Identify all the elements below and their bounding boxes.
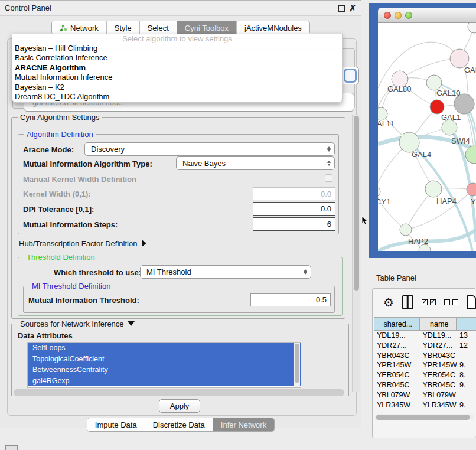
settings-vertical-scrollbar[interactable] xyxy=(352,115,360,392)
attr-items-holder: SelfLoopsTopologicalCoefficientBetweenne… xyxy=(28,343,301,386)
combo-arrows-icon xyxy=(327,143,331,155)
tab-jactivemnodules[interactable]: jActiveMNodules xyxy=(237,21,309,34)
data-attributes-list[interactable]: SelfLoopsTopologicalCoefficientBetweenne… xyxy=(27,342,301,388)
mi-threshold-field[interactable]: 0.5 xyxy=(250,293,331,306)
which-threshold-combobox[interactable]: MI Threshold xyxy=(140,265,311,279)
data-attribute-item[interactable]: SelfLoops xyxy=(28,343,301,354)
network-node-GAL4[interactable] xyxy=(399,132,419,152)
tab-infer-network[interactable]: Infer Network xyxy=(213,418,274,431)
table-cell: 12 xyxy=(457,341,476,351)
tab-impute-data[interactable]: Impute Data xyxy=(87,418,145,431)
column-header[interactable] xyxy=(457,317,476,331)
network-node-partial-top[interactable] xyxy=(468,23,476,33)
table-cell: YLR345W xyxy=(374,400,420,410)
algorithm-option[interactable]: ARACNE Algorithm xyxy=(12,63,342,73)
zoom-window-icon[interactable] xyxy=(405,12,412,19)
unchecked-pair-icon[interactable] xyxy=(444,299,458,305)
algorithm-option[interactable]: Dream8 DC_TDC Algorithm xyxy=(12,92,342,102)
table-row[interactable]: YBL079WYBL079W xyxy=(374,390,476,400)
algorithm-dropdown-popup: Select algorithm to view settings Bayesi… xyxy=(12,34,343,103)
data-attribute-item[interactable]: BetweennessCentrality xyxy=(28,364,301,376)
attributes-scrollbar[interactable] xyxy=(294,343,300,388)
network-canvas[interactable]: GALGAL80GAL10GAL1GAL11SWI4GAL4GCY1HAP4YH… xyxy=(378,23,476,251)
network-node-HAP2[interactable] xyxy=(400,224,412,236)
table-row[interactable]: YBR043CYBR043C xyxy=(374,351,476,361)
data-attribute-item[interactable]: TopologicalCoefficient xyxy=(28,354,301,365)
table-row[interactable]: YLR345WYLR345W9. xyxy=(374,400,476,410)
table-row[interactable]: YDL19...YDL19...13 xyxy=(374,331,476,341)
float-panel-icon[interactable] xyxy=(338,5,345,12)
data-attribute-item[interactable]: gal4RGexp xyxy=(28,376,301,387)
aracne-mode-value: Discovery xyxy=(91,145,125,154)
network-node-label: Y xyxy=(471,197,476,206)
manual-kernel-checkbox[interactable] xyxy=(325,174,332,182)
threshold-definition-group: Threshold Definition Which threshold to … xyxy=(18,257,343,316)
gear-icon[interactable]: ⚙ xyxy=(383,296,394,308)
sources-group-title[interactable]: Sources for Network Inference xyxy=(18,319,137,328)
tab-discretize-data[interactable]: Discretize Data xyxy=(145,418,213,431)
settings-horizontal-scrollbar[interactable] xyxy=(14,389,344,396)
node-table[interactable]: shared...name YDL19...YDL19...13YDR27...… xyxy=(374,317,476,412)
tab-style[interactable]: Style xyxy=(107,21,140,34)
table-cell: 9. xyxy=(457,410,476,412)
algorithm-option[interactable]: Bayesian – K2 xyxy=(12,83,342,92)
mi-type-combobox[interactable]: Naive Bayes xyxy=(176,156,335,170)
column-header[interactable]: shared... xyxy=(374,317,420,331)
tab-network[interactable]: Network xyxy=(52,21,107,34)
network-node-label: GAL11 xyxy=(378,119,395,128)
mi-steps-field[interactable]: 6 xyxy=(253,217,335,231)
apply-button[interactable]: Apply xyxy=(159,399,200,413)
network-edge[interactable] xyxy=(378,42,459,88)
minimized-panel-icon[interactable] xyxy=(5,445,18,450)
network-node-label: GAL4 xyxy=(412,150,431,159)
table-cell: 9. xyxy=(457,400,476,410)
network-window-titlebar[interactable] xyxy=(378,8,476,23)
tab-select[interactable]: Select xyxy=(140,21,177,34)
aracne-mode-label: Aracne Mode: xyxy=(23,145,74,154)
network-node-label: GAL80 xyxy=(387,84,411,93)
network-node-SWI4[interactable] xyxy=(442,120,457,135)
network-node-GCY1[interactable] xyxy=(378,185,380,197)
close-window-icon[interactable] xyxy=(384,12,391,19)
checked-pair-icon[interactable] xyxy=(422,299,436,305)
control-panel-titlebar[interactable]: Control Panel ✗ xyxy=(0,1,361,16)
close-panel-icon[interactable]: ✗ xyxy=(349,5,356,12)
aracne-mode-combobox[interactable]: Discovery xyxy=(84,142,335,156)
table-cell: YBR045C xyxy=(374,380,420,390)
table-horizontal-scrollbar[interactable] xyxy=(375,414,474,420)
table-cell: YPR145W xyxy=(374,360,420,370)
which-threshold-label: Which threshold to use: xyxy=(54,268,141,277)
mi-threshold-value: 0.5 xyxy=(316,295,327,304)
tab-label: Impute Data xyxy=(95,420,137,429)
network-node-green-right[interactable] xyxy=(465,146,476,164)
table-row[interactable]: YDR27...YDR27...12 xyxy=(374,341,476,351)
column-header[interactable]: name xyxy=(420,317,457,331)
tab-cyni-toolbox[interactable]: Cyni Toolbox xyxy=(177,21,237,34)
network-edge[interactable] xyxy=(378,79,400,191)
hub-definition-expander[interactable]: Hub/Transcription Factor Definition xyxy=(19,239,146,248)
algorithm-option[interactable]: Basic Correlation Inference xyxy=(12,53,342,63)
dpi-tolerance-value: 0.0 xyxy=(321,204,331,213)
threshold-definition-title: Threshold Definition xyxy=(24,253,97,262)
minimize-window-icon[interactable] xyxy=(395,12,402,19)
document-icon[interactable] xyxy=(467,295,476,309)
algorithm-option[interactable]: Bayesian – Hill Climbing xyxy=(12,44,342,53)
table-row[interactable]: YBR045CYBR045C9. xyxy=(374,380,476,390)
network-node-HAP4[interactable] xyxy=(425,181,442,197)
network-node-GAL11[interactable] xyxy=(378,107,387,120)
table-cell: YIL052C xyxy=(374,410,420,412)
network-icon xyxy=(60,24,67,32)
dpi-tolerance-field[interactable]: 0.0 xyxy=(253,202,335,216)
algorithm-option[interactable]: Mutual Information Inference xyxy=(12,73,342,82)
tab-label: Cyni Toolbox xyxy=(185,24,229,32)
columns-icon[interactable] xyxy=(402,295,413,309)
table-row[interactable]: YPR145WYPR145W9. xyxy=(374,360,476,370)
table-row[interactable]: YIL052CYIL052C9. xyxy=(374,410,476,412)
table-cell xyxy=(457,351,476,361)
kernel-width-field[interactable]: 0.0 xyxy=(253,187,335,200)
table-cell: YER054C xyxy=(374,370,420,380)
table-cell: YIL052C xyxy=(420,410,457,412)
table-row[interactable]: YER054CYER054C8. xyxy=(374,370,476,380)
network-node-GAL1[interactable] xyxy=(430,100,444,114)
table-cell: YDR27... xyxy=(420,341,457,351)
